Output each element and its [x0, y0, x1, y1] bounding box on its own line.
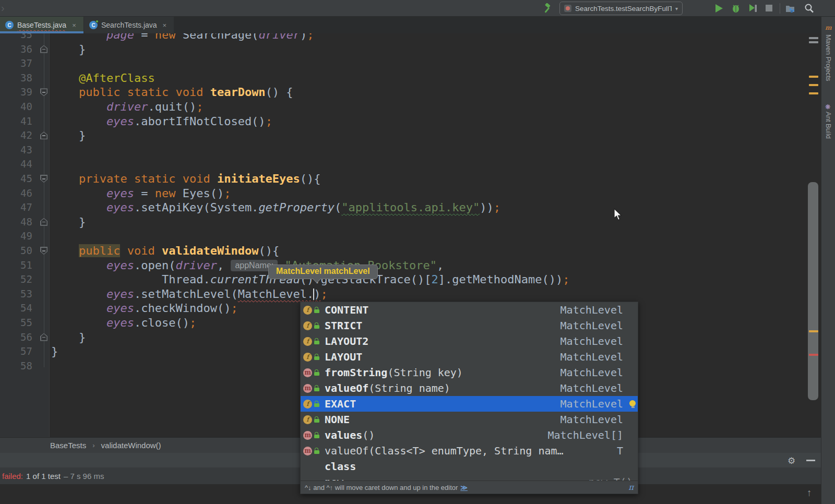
hidden-toolbar-chevron-icon: › — [1, 2, 5, 14]
enum-constant-icon: f — [303, 337, 312, 346]
project-structure-icon[interactable] — [785, 3, 795, 14]
completion-name: values — [325, 429, 362, 441]
line-number: 54 — [0, 301, 32, 316]
public-lock-icon — [314, 369, 320, 376]
coverage-icon[interactable] — [747, 3, 758, 14]
line-number: 38 — [0, 71, 32, 86]
breadcrumb-class[interactable]: BaseTests — [50, 441, 86, 450]
completion-type: T — [617, 445, 638, 457]
completion-name: NONE — [325, 413, 350, 426]
footer-more-link[interactable]: ≫ — [460, 484, 468, 491]
stripe-mark[interactable] — [809, 92, 818, 94]
completion-list: fCONTENTMatchLevelfSTRICTMatchLevelfLAYO… — [301, 302, 638, 482]
editor-gutter: 3536373839404142434445464748495051525354… — [0, 33, 50, 437]
test-failed-label: failed: — [2, 472, 23, 481]
line-number: 53 — [0, 287, 32, 302]
breadcrumb-method[interactable]: validateWindow() — [101, 441, 161, 450]
code-line: } — [51, 128, 86, 143]
fold-marker-icon[interactable] — [40, 247, 47, 255]
run-state-dot — [96, 20, 99, 23]
completion-item[interactable]: fLAYOUT2MatchLevel — [301, 333, 638, 349]
fold-marker-icon[interactable] — [40, 131, 47, 139]
run-button[interactable] — [714, 3, 724, 14]
stripe-mark[interactable] — [809, 84, 818, 86]
fold-marker-icon[interactable] — [40, 333, 47, 341]
completion-item-selected[interactable]: fEXACTMatchLevel — [301, 396, 638, 412]
run-configuration-select[interactable]: SearchTests.testSearchByFullTitle ▾ — [559, 2, 683, 15]
method-icon: m — [303, 447, 312, 455]
public-lock-icon — [314, 322, 320, 329]
code-line: eyes.setMatchLevel(MatchLevel.); — [51, 287, 328, 302]
editor-scrollbar[interactable] — [808, 182, 818, 400]
completion-item[interactable]: mvalueOf(String name)MatchLevel — [301, 380, 638, 396]
completion-params: (String name) — [368, 382, 450, 394]
completion-item[interactable]: fLAYOUTMatchLevel — [301, 349, 638, 365]
completion-item[interactable]: class — [301, 459, 638, 474]
tab-basetests-java[interactable]: C BaseTests.java × — [0, 17, 84, 33]
completion-item[interactable]: mvalueOf(Class<T> enumType, String nam…T — [301, 443, 638, 459]
code-line: private static void initiateEyes(){ — [51, 172, 321, 186]
completion-item[interactable]: mfromString(String key)MatchLevel — [301, 365, 638, 380]
completion-name: class — [325, 460, 356, 473]
code-line: eyes = new Eyes(); — [51, 186, 231, 201]
code-line: driver.quit(); — [51, 100, 203, 114]
tool-button-maven-projects[interactable]: Maven Projects — [825, 34, 832, 81]
line-number: 41 — [0, 114, 32, 129]
completion-type: MatchLevel — [560, 366, 638, 379]
public-lock-icon — [314, 448, 320, 454]
completion-item[interactable]: mvalues()MatchLevel[] — [301, 427, 638, 443]
line-number: 56 — [0, 330, 32, 345]
close-icon[interactable]: × — [72, 21, 76, 29]
completion-type: MatchLevel — [560, 413, 638, 426]
completion-name: STRICT — [325, 319, 362, 332]
line-number: 40 — [0, 100, 32, 114]
ide-window: { "toolbar": { "run_config": "SearchTest… — [0, 0, 835, 504]
code-line: } — [51, 344, 58, 359]
close-icon[interactable]: × — [163, 21, 167, 29]
line-number: 51 — [0, 258, 32, 273]
code-line: eyes.setApiKey(System.getProperty("appli… — [51, 200, 500, 215]
junit-config-icon — [564, 5, 571, 12]
public-lock-icon — [314, 432, 320, 439]
enum-constant-icon: f — [303, 400, 312, 409]
line-number: 46 — [0, 186, 32, 201]
tab-searchtests-java[interactable]: C SearchTests.java × — [84, 17, 174, 33]
mouse-cursor — [614, 208, 623, 221]
completion-item[interactable]: fNONEMatchLevel — [301, 412, 638, 427]
line-number: 36 — [0, 42, 32, 57]
hide-panel-icon[interactable] — [806, 460, 815, 461]
stripe-mark[interactable] — [809, 41, 818, 43]
completion-type: MatchLevel — [560, 398, 638, 410]
java-test-class-icon: C — [89, 21, 98, 29]
fold-marker-icon[interactable] — [40, 45, 47, 53]
stripe-mark[interactable] — [809, 76, 818, 78]
hammer-icon[interactable] — [542, 3, 552, 14]
code-line: eyes.close(); — [51, 316, 196, 330]
tool-button-ant-build[interactable]: Ant Build — [825, 112, 832, 139]
completion-popup: fCONTENTMatchLevelfSTRICTMatchLevelfLAYO… — [300, 302, 638, 494]
stripe-mark[interactable] — [809, 330, 818, 332]
scroll-up-icon[interactable]: ↑ — [807, 487, 812, 499]
line-number: 37 — [0, 56, 32, 71]
stop-icon[interactable] — [764, 3, 774, 14]
gear-icon[interactable]: ⚙ — [788, 455, 795, 466]
completion-name: valueOf — [325, 382, 368, 394]
completion-name: valueOf — [325, 445, 368, 457]
debug-icon[interactable] — [731, 3, 741, 14]
line-number: 52 — [0, 272, 32, 287]
code-line: public void validateWindow(){ — [51, 244, 279, 258]
completion-item[interactable]: fCONTENTMatchLevel — [301, 302, 638, 318]
fold-marker-icon[interactable] — [40, 218, 47, 226]
fold-marker-icon[interactable] — [40, 175, 47, 183]
enum-constant-icon: f — [303, 321, 312, 330]
code-line: eyes.abortIfNotClosed(); — [51, 114, 272, 129]
stripe-mark[interactable] — [809, 354, 818, 356]
test-count: 1 of 1 test — [26, 472, 61, 481]
line-number: 39 — [0, 85, 32, 100]
public-lock-icon — [314, 307, 320, 314]
completion-item[interactable]: fSTRICTMatchLevel — [301, 318, 638, 333]
fold-marker-icon[interactable] — [40, 88, 47, 96]
stripe-mark[interactable] — [809, 37, 818, 39]
search-icon[interactable] — [804, 3, 814, 14]
chevron-down-icon: ▾ — [675, 6, 678, 11]
